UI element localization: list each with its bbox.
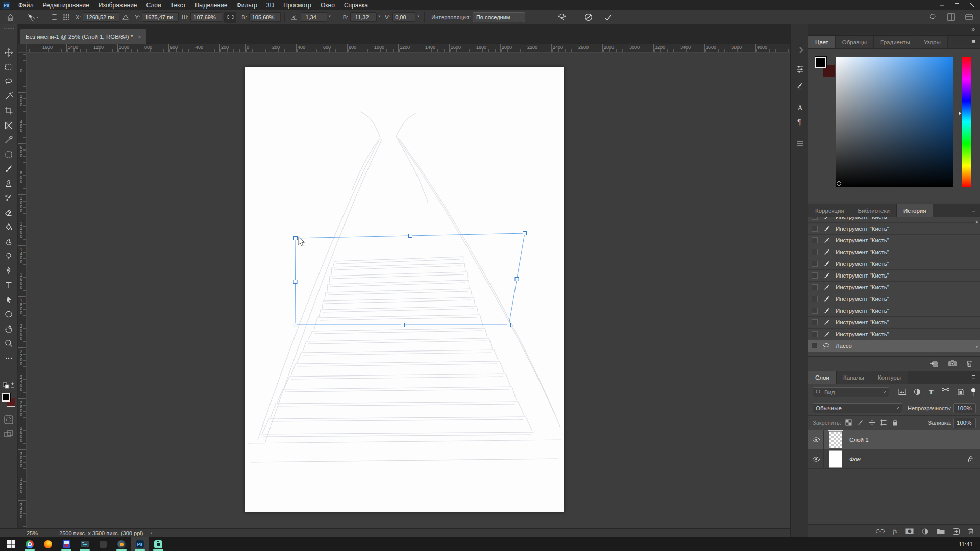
vertical-ruler[interactable]: 0200400600800100012001400160018002000220… bbox=[18, 53, 27, 528]
history-tab-Коррекция[interactable]: Коррекция bbox=[808, 204, 851, 217]
interpolation-dropdown[interactable]: По соседним bbox=[473, 12, 525, 22]
document-tab[interactable]: Без имени-1 @ 25% (Слой 1, RGB/8#) * × bbox=[20, 29, 146, 44]
document-canvas[interactable] bbox=[245, 67, 564, 512]
color-tab-Градиенты[interactable]: Градиенты bbox=[874, 36, 917, 48]
layers-tab-Слои[interactable]: Слои bbox=[808, 371, 837, 384]
menu-Окно[interactable]: Окно bbox=[316, 0, 339, 10]
crop-tool[interactable] bbox=[2, 104, 16, 117]
color-tab-Образцы[interactable]: Образцы bbox=[836, 36, 874, 48]
history-tab-История[interactable]: История bbox=[897, 204, 934, 217]
toggle-reference-point-icon[interactable] bbox=[48, 12, 60, 23]
smudge-tool[interactable] bbox=[2, 235, 16, 248]
color-tab-Узоры[interactable]: Узоры bbox=[917, 36, 948, 48]
hue-slider-marker[interactable] bbox=[959, 111, 961, 115]
maintain-aspect-ratio-icon[interactable] bbox=[224, 12, 236, 23]
adjustment-layer-filter-icon[interactable] bbox=[914, 388, 921, 395]
type-layer-filter-icon[interactable]: T bbox=[928, 388, 935, 395]
layer-name[interactable]: Слой 1 bbox=[849, 437, 869, 443]
adjustment-layer-icon[interactable] bbox=[922, 528, 928, 535]
relative-position-icon[interactable] bbox=[119, 12, 132, 23]
x-position-field[interactable]: 1268,52 пи bbox=[83, 12, 119, 22]
new-layer-icon[interactable] bbox=[953, 528, 960, 535]
menu-Справка[interactable]: Справка bbox=[339, 0, 373, 10]
y-position-field[interactable]: 1675,47 пи bbox=[142, 12, 179, 22]
reference-point-grid-icon[interactable] bbox=[60, 12, 72, 23]
warp-mode-icon[interactable] bbox=[556, 12, 568, 23]
history-state[interactable]: Инструмент "Кисть" bbox=[808, 282, 980, 293]
close-button[interactable] bbox=[965, 0, 980, 10]
close-tab-icon[interactable]: × bbox=[138, 34, 141, 40]
type-tool[interactable] bbox=[2, 279, 16, 292]
lock-all-icon[interactable] bbox=[892, 419, 898, 426]
taskbar-terminal[interactable] bbox=[76, 537, 94, 551]
history-state-selected[interactable]: Лассо bbox=[808, 340, 980, 352]
lock-artboard-icon[interactable] bbox=[880, 419, 887, 426]
smart-object-filter-icon[interactable] bbox=[957, 388, 964, 396]
layers-tab-Контуры[interactable]: Контуры bbox=[871, 371, 908, 384]
lock-paint-icon[interactable] bbox=[857, 419, 864, 426]
home-icon[interactable] bbox=[4, 12, 16, 23]
skew-v-field[interactable]: 0,00 bbox=[392, 12, 415, 22]
blend-mode-dropdown[interactable]: Обычные bbox=[813, 403, 902, 413]
lasso-tool[interactable] bbox=[2, 75, 16, 88]
horizontal-ruler[interactable]: 1600140012001000800600400200020040060080… bbox=[27, 44, 790, 53]
maximize-button[interactable] bbox=[949, 0, 965, 10]
quick-select-tool[interactable] bbox=[2, 90, 16, 103]
history-state[interactable]: Инструмент "Кисть" bbox=[808, 217, 980, 223]
taskbar-chrome[interactable] bbox=[20, 537, 39, 551]
default-colors-icon[interactable] bbox=[2, 382, 15, 390]
history-state[interactable]: Инструмент "Кисть" bbox=[808, 270, 980, 282]
history-state[interactable]: Инструмент "Кисть" bbox=[808, 258, 980, 270]
history-state[interactable]: Инструмент "Кисть" bbox=[808, 235, 980, 246]
menu-Изображение[interactable]: Изображение bbox=[94, 0, 142, 10]
new-document-from-state-icon[interactable] bbox=[930, 359, 939, 367]
menu-Выделение[interactable]: Выделение bbox=[190, 0, 232, 10]
history-source-checkbox[interactable] bbox=[812, 331, 818, 337]
height-field[interactable]: 105,68% bbox=[249, 12, 281, 22]
delete-layer-icon[interactable] bbox=[968, 528, 974, 535]
menu-Слои[interactable]: Слои bbox=[142, 0, 166, 10]
brush-settings-icon[interactable] bbox=[793, 80, 806, 93]
history-brush-tool[interactable] bbox=[2, 191, 16, 205]
marquee-tool[interactable] bbox=[2, 61, 16, 74]
layer-visibility-toggle[interactable] bbox=[808, 449, 824, 468]
pixel-layer-filter-icon[interactable] bbox=[898, 388, 906, 395]
paragraph-icon[interactable]: ¶ bbox=[793, 115, 806, 129]
history-source-checkbox[interactable] bbox=[812, 261, 818, 267]
foreground-background-swatches[interactable] bbox=[2, 393, 17, 408]
brush-tool[interactable] bbox=[2, 162, 16, 176]
layers-panel-menu-icon[interactable]: ≡ bbox=[967, 371, 980, 384]
taskbar-save-app[interactable] bbox=[57, 537, 76, 551]
layer-filter-search[interactable]: Вид bbox=[813, 387, 889, 397]
layer-visibility-toggle[interactable] bbox=[808, 430, 824, 449]
taskbar-start[interactable] bbox=[2, 537, 20, 551]
layer-name[interactable]: Фон bbox=[849, 456, 861, 462]
new-snapshot-icon[interactable] bbox=[948, 360, 957, 367]
eyedropper-tool[interactable] bbox=[2, 133, 16, 146]
menu-Просмотр[interactable]: Просмотр bbox=[279, 0, 316, 10]
history-scroll-up-icon[interactable]: ▲ bbox=[974, 219, 979, 224]
stamp-tool[interactable] bbox=[2, 177, 16, 190]
layer-effects-icon[interactable]: fx bbox=[893, 528, 897, 535]
hue-slider[interactable] bbox=[962, 57, 971, 187]
color-picker-ring[interactable] bbox=[837, 181, 841, 186]
shape-layer-filter-icon[interactable] bbox=[942, 388, 949, 395]
history-source-checkbox[interactable] bbox=[812, 237, 818, 243]
layer-mask-icon[interactable] bbox=[905, 528, 914, 534]
ruler-origin-corner[interactable] bbox=[18, 44, 27, 53]
workspace-layout-icon[interactable] bbox=[947, 13, 955, 21]
history-source-checkbox[interactable] bbox=[812, 343, 818, 349]
layer-thumbnail[interactable] bbox=[829, 431, 842, 448]
opacity-field[interactable]: 100% bbox=[953, 403, 976, 413]
history-state[interactable]: Инструмент "Кисть" bbox=[808, 305, 980, 317]
quick-mask-icon[interactable] bbox=[2, 413, 16, 427]
history-state[interactable]: Инструмент "Кисть" bbox=[808, 317, 980, 329]
collapse-panels-icon[interactable]: » bbox=[971, 26, 975, 33]
dodge-tool[interactable] bbox=[2, 249, 16, 263]
menu-Фильтр[interactable]: Фильтр bbox=[232, 0, 262, 10]
layer-group-icon[interactable] bbox=[937, 528, 945, 534]
history-state[interactable]: Инструмент "Кисть" bbox=[808, 223, 980, 235]
taskbar-photoshop[interactable]: Ps bbox=[131, 537, 149, 551]
status-chevron-icon[interactable]: › bbox=[150, 530, 152, 536]
foreground-color-swatch[interactable] bbox=[2, 393, 11, 402]
